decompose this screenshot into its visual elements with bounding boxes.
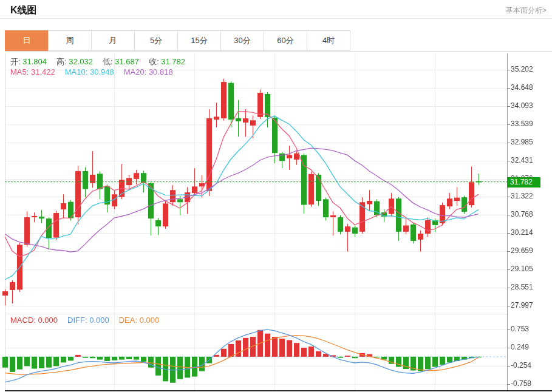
macd-axis-tick: 0.753 [511, 325, 550, 333]
tab-4hour[interactable]: 4时 [307, 30, 350, 51]
price-axis-tick: 31.322 [511, 192, 550, 200]
price-axis-tick: 29.659 [511, 246, 550, 255]
tab-month[interactable]: 月 [91, 30, 135, 51]
macd-readout: MACD: 0.000DIFF: 0.000DEA: 0.000 [10, 316, 159, 325]
macd-axis-tick: 0.249 [511, 343, 550, 351]
price-axis-tick: 34.093 [511, 101, 550, 110]
period-tab-bar: 日周月5分15分30分60分4时 [5, 30, 552, 52]
readout-pair: 高: 32.032 [56, 56, 93, 67]
readout-pair: MA20: 30.818 [124, 67, 173, 76]
readout-pair: MA10: 30.948 [65, 67, 114, 76]
tab-15min[interactable]: 15分 [177, 30, 221, 51]
tab-day[interactable]: 日 [5, 30, 49, 51]
current-price-badge: 31.782 [507, 177, 540, 188]
price-axis-tick: 35.202 [511, 65, 550, 73]
macd-axis-tick: -0.758 [511, 379, 550, 388]
macd-axis-tick: -0.254 [511, 361, 550, 370]
readout-pair: MACD: 0.000 [10, 316, 58, 325]
ma-readout: MA5: 31.422MA10: 30.948MA20: 30.818 [10, 67, 173, 76]
price-axis-tick: 30.214 [511, 228, 550, 237]
price-axis-tick: 30.768 [511, 210, 550, 218]
price-axis-tick: 32.431 [511, 156, 550, 164]
kline-page: K线图 基本面分析> 日周月5分15分30分60分4时 开: 31.804高: … [0, 0, 552, 392]
readout-pair: DIFF: 0.000 [67, 316, 109, 325]
readout-pair: DEA: 0.000 [119, 316, 160, 325]
tab-5min[interactable]: 5分 [134, 30, 178, 51]
tab-week[interactable]: 周 [48, 30, 92, 51]
readout-pair: 开: 31.804 [10, 56, 47, 67]
readout-pair: 收: 31.782 [149, 56, 185, 67]
price-axis-tick: 28.551 [511, 283, 550, 291]
price-axis-tick: 27.997 [511, 301, 550, 309]
readout-pair: 低: 31.687 [103, 56, 139, 67]
tab-60min[interactable]: 60分 [264, 30, 307, 51]
ohlc-readout: 开: 31.804高: 32.032低: 31.687收: 31.782 [10, 56, 185, 67]
price-axis-tick: 34.648 [511, 83, 550, 92]
tab-30min[interactable]: 30分 [220, 30, 264, 51]
price-axis-tick: 29.105 [511, 265, 550, 273]
price-axis-tick: 32.985 [511, 138, 550, 146]
price-axis-tick: 33.539 [511, 120, 550, 128]
readout-pair: MA5: 31.422 [10, 67, 55, 76]
fundamental-analysis-link[interactable]: 基本面分析> [506, 5, 547, 16]
header-divider [0, 18, 552, 19]
page-title: K线图 [10, 4, 37, 17]
